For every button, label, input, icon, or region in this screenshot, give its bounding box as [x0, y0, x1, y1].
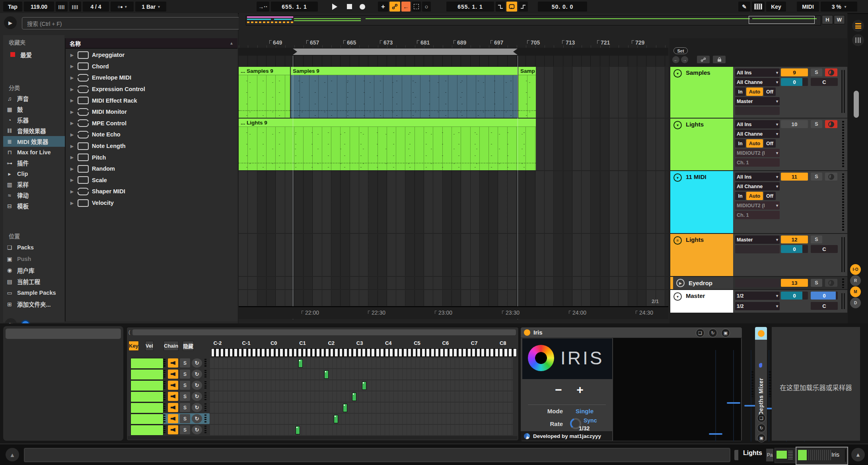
sidebar-place-item[interactable]: ❏ Packs	[3, 242, 67, 253]
clip-notes[interactable]	[291, 75, 518, 118]
clip-samples-left[interactable]: ... Samples 9	[239, 67, 290, 118]
clip-samples-right[interactable]: Samp	[518, 67, 536, 118]
device-list-item[interactable]: ▶ Note Echo	[66, 129, 237, 140]
device-list-item[interactable]: ▶ MIDI Effect Rack	[66, 95, 237, 106]
device-list-item[interactable]: ▶ Velocity	[66, 197, 237, 209]
next-locator-button[interactable]: →	[681, 56, 688, 63]
collapsed-device-header[interactable]	[755, 327, 767, 340]
clip-title[interactable]: ... Samples 9	[239, 67, 290, 75]
keyzone-marker[interactable]	[352, 393, 356, 401]
keyzone-lane[interactable]	[210, 403, 513, 413]
chain-activator-button[interactable]	[168, 358, 178, 368]
device-list-item[interactable]: ▶ Chord	[66, 61, 237, 72]
sidebar-place-item[interactable]: ⊞ 添加文件夹...	[3, 299, 67, 310]
expand-triangle-icon[interactable]: ▶	[70, 110, 74, 114]
m4l-edit-icon[interactable]: ❏	[696, 329, 705, 337]
chain-row[interactable]: S ↻	[128, 369, 518, 380]
unfold-track-icon[interactable]: ▼	[673, 292, 682, 301]
sidebar-category-item[interactable]: ▥ 采样	[3, 179, 67, 190]
instrument-drop-zone[interactable]: 在这里加载乐器或采样器	[772, 327, 860, 441]
monitor-off-button[interactable]: Off	[764, 139, 776, 148]
nudge-up-button[interactable]: ||||	[69, 2, 81, 12]
volume-field[interactable]: 0	[781, 78, 808, 86]
zoom-to-width-button[interactable]: W	[834, 15, 845, 24]
punch-out-button[interactable]	[518, 2, 528, 12]
cue-volume-field[interactable]: 0	[811, 292, 838, 300]
expand-triangle-icon[interactable]: ▶	[70, 167, 74, 171]
mixer-section-toggle[interactable]: D	[850, 298, 861, 308]
monitor-auto-button[interactable]: Auto	[746, 88, 763, 96]
drag-handle-dots[interactable]	[204, 403, 206, 412]
drag-handle-dots[interactable]	[163, 359, 165, 367]
track-lane-lights[interactable]: ... Lights 9	[239, 119, 668, 170]
tap-tempo-button[interactable]: Tap	[3, 2, 22, 12]
drag-handle-dots[interactable]	[163, 426, 165, 434]
track-header-11-midi[interactable]: ▼ 11 MIDI	[670, 171, 733, 233]
clip-title[interactable]: ... Lights 9	[239, 119, 536, 127]
keyzone-lane[interactable]	[210, 358, 513, 368]
input-type-chooser[interactable]: All Ins	[735, 173, 780, 181]
chain-activator-button[interactable]	[168, 425, 178, 434]
punch-in-button[interactable]	[496, 2, 505, 12]
input-type-chooser[interactable]: All Ins	[735, 120, 780, 128]
chain-solo-button[interactable]: S	[180, 403, 190, 412]
track-name[interactable]: Samples	[686, 69, 710, 76]
solo-button[interactable]: S	[811, 235, 822, 243]
chain-activator-button[interactable]	[168, 403, 178, 412]
clip-view-panel[interactable]	[3, 326, 123, 441]
link-button[interactable]	[697, 56, 710, 63]
hot-swap-button[interactable]: ↻	[192, 381, 202, 390]
track-lane-11-midi[interactable]	[239, 171, 668, 233]
input-channel-chooser[interactable]: All Channe	[735, 78, 780, 86]
mode-value[interactable]: Single	[576, 408, 594, 414]
track-lane-samples[interactable]: ... Samples 9 Samples 9 Samp	[239, 67, 668, 118]
drag-handle-dots[interactable]	[163, 414, 165, 423]
slider-handle[interactable]	[709, 433, 722, 435]
clip-samples-selected[interactable]: Samples 9	[291, 67, 518, 118]
back-to-arrangement-button[interactable]: ←	[401, 2, 411, 12]
rack-title-bar[interactable]	[132, 329, 516, 335]
track-header-eyedrop[interactable]: ▶ Eyedrop	[673, 277, 733, 289]
chain-solo-button[interactable]: S	[180, 358, 190, 368]
keyzone-marker[interactable]	[296, 426, 300, 434]
expand-triangle-icon[interactable]: ▶	[70, 178, 74, 182]
output-type-chooser[interactable]: MIDIOUT2 (I	[735, 201, 780, 210]
keyzone-lane[interactable]	[210, 380, 513, 391]
chain-solo-button[interactable]: S	[180, 381, 190, 390]
sidebar-category-item[interactable]: ▸ Clip	[3, 168, 67, 179]
slider-column[interactable]	[709, 350, 722, 442]
track-lane-eyedrop[interactable]	[239, 277, 668, 289]
iris-title-bar[interactable]: Iris ❏ ↻ ▣	[521, 327, 742, 338]
input-channel-chooser[interactable]: All Channe	[735, 130, 780, 138]
clip-view-header[interactable]	[6, 329, 121, 339]
chain-name-block[interactable]	[130, 403, 163, 413]
solo-button[interactable]: S	[811, 173, 822, 181]
pan-field[interactable]: C	[811, 78, 838, 86]
chain-row[interactable]: S ↻	[128, 391, 518, 402]
sidebar-category-item[interactable]: ▦ 鼓	[3, 104, 67, 115]
track-header-samples[interactable]: ▼ Samples	[670, 67, 733, 118]
sidebar-category-item[interactable]: ◔ 乐器	[3, 115, 67, 125]
track-activator[interactable]: 11	[781, 173, 808, 181]
decrease-button[interactable]: −	[552, 383, 565, 397]
device-activator-icon[interactable]	[758, 330, 765, 337]
input-type-chooser[interactable]: All Ins	[735, 68, 780, 77]
automation-arm-button[interactable]: ○	[422, 2, 431, 12]
vertical-scrollbar[interactable]	[854, 91, 859, 118]
sidebar-category-item[interactable]: ♫ 声音	[3, 93, 67, 104]
chain-row[interactable]: S ↻	[128, 424, 518, 436]
input-channel-chooser[interactable]: All Channe	[735, 182, 780, 191]
solo-button[interactable]: S	[811, 120, 822, 128]
loop-brace[interactable]	[293, 49, 518, 55]
record-button[interactable]	[356, 2, 368, 12]
chain-row[interactable]: S ↻	[128, 413, 518, 424]
fold-rack-icon[interactable]: (	[128, 329, 130, 335]
key-map-button[interactable]: Key	[766, 2, 786, 12]
track-lane-master[interactable]	[239, 290, 668, 306]
loop-length-field[interactable]: 50. 0. 0	[538, 2, 587, 12]
chain-name-block[interactable]	[130, 380, 163, 391]
monitor-off-button[interactable]: Off	[764, 88, 776, 96]
rack-tab[interactable]: Vel	[145, 341, 154, 351]
drag-handle-dots[interactable]	[204, 381, 206, 389]
save-preset-icon[interactable]: ▣	[757, 434, 766, 442]
